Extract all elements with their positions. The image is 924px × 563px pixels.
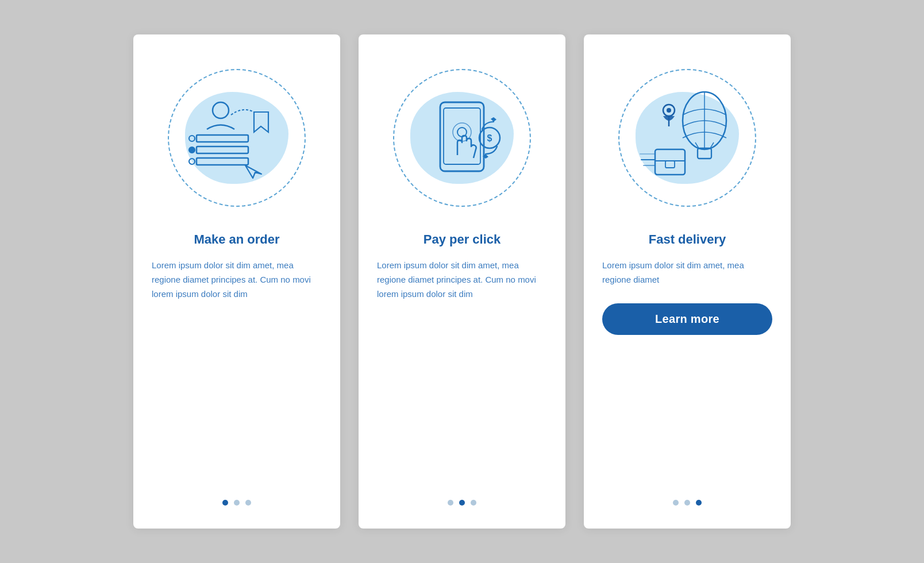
card-fast-delivery: Fast delivery Lorem ipsum dolor sit dim … — [584, 34, 791, 529]
dots-row-3 — [673, 488, 702, 506]
dots-row-1 — [222, 488, 251, 506]
dot-1-3 — [245, 500, 251, 506]
dot-3-1 — [673, 500, 679, 506]
svg-marker-15 — [491, 117, 496, 122]
svg-point-4 — [189, 147, 195, 153]
card-illustration-2: $ — [387, 57, 537, 218]
svg-marker-6 — [245, 165, 261, 178]
svg-rect-26 — [665, 161, 675, 168]
delivery-illustration-svg — [630, 75, 745, 201]
svg-rect-1 — [197, 146, 248, 153]
dot-1-1 — [222, 500, 228, 506]
svg-point-8 — [213, 102, 229, 118]
svg-point-3 — [189, 136, 195, 141]
order-illustration-svg — [179, 80, 294, 195]
card-illustration-1 — [162, 57, 311, 218]
dot-2-3 — [471, 500, 476, 506]
card-make-order: Make an order Lorem ipsum dolor sit dim … — [133, 34, 340, 529]
dot-2-1 — [448, 500, 453, 506]
dot-3-2 — [684, 500, 690, 506]
svg-point-23 — [667, 108, 671, 113]
dot-1-2 — [234, 500, 240, 506]
cards-container: Make an order Lorem ipsum dolor sit dim … — [133, 34, 791, 529]
dot-3-3 — [696, 500, 702, 506]
learn-more-button[interactable]: Learn more — [602, 303, 772, 335]
card-pay-per-click: $ Pay per click Lorem ipsum dolor sit di… — [359, 34, 565, 529]
svg-marker-7 — [254, 112, 268, 132]
svg-rect-0 — [197, 135, 248, 142]
svg-rect-24 — [655, 149, 685, 175]
card-title-3: Fast delivery — [649, 232, 726, 247]
card-text-1: Lorem ipsum dolor sit dim amet, mea regi… — [152, 259, 322, 301]
card-text-2: Lorem ipsum dolor sit dim amet, mea regi… — [377, 259, 547, 301]
svg-text:$: $ — [487, 133, 492, 143]
card-illustration-3 — [613, 57, 762, 218]
pay-illustration-svg: $ — [405, 80, 519, 195]
dots-row-2 — [448, 488, 476, 506]
card-text-3: Lorem ipsum dolor sit dim amet, mea regi… — [602, 259, 772, 287]
dot-2-2 — [459, 500, 465, 506]
svg-point-5 — [189, 159, 195, 164]
card-title-2: Pay per click — [424, 232, 501, 247]
card-title-1: Make an order — [194, 232, 279, 247]
svg-rect-2 — [197, 158, 248, 165]
